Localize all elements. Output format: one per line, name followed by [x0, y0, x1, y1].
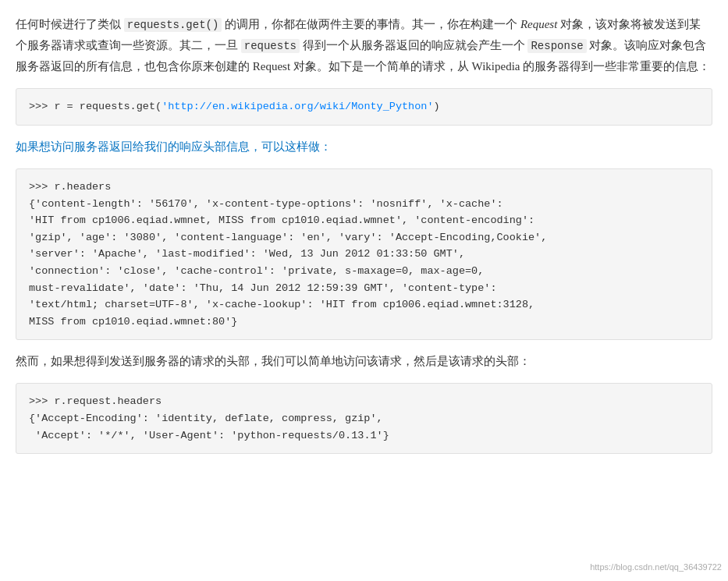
- code-block-3: >>> r.request.headers {'Accept-Encoding'…: [16, 383, 712, 454]
- italic-request: Request: [520, 18, 557, 30]
- inline-code-requests: requests: [241, 39, 300, 53]
- inline-code-requests-get: requests.get(): [124, 18, 222, 32]
- watermark: https://blog.csdn.net/qq_36439722: [590, 560, 722, 575]
- code-prompt-1: >>> r = requests.get(: [29, 101, 162, 112]
- paragraph1: 任何时候进行了类似 requests.get() 的调用，你都在做两件主要的事情…: [16, 14, 712, 77]
- paragraph2-highlight: 如果想访问服务器返回给我们的响应头部信息，可以这样做：: [16, 140, 332, 153]
- code-close-1: ): [434, 101, 440, 112]
- inline-code-response: Response: [527, 39, 586, 53]
- paragraph3: 然而，如果想得到发送到服务器的请求的头部，我们可以简单地访问该请求，然后是该请求…: [16, 351, 712, 372]
- paragraph2: 如果想访问服务器返回给我们的响应头部信息，可以这样做：: [16, 136, 712, 158]
- code-block-1: >>> r = requests.get('http://en.wikipedi…: [16, 88, 712, 126]
- code-block-2: >>> r.headers {'content-length': '56170'…: [16, 168, 712, 340]
- code-string-1: 'http://en.wikipedia.org/wiki/Monty_Pyth…: [162, 101, 433, 112]
